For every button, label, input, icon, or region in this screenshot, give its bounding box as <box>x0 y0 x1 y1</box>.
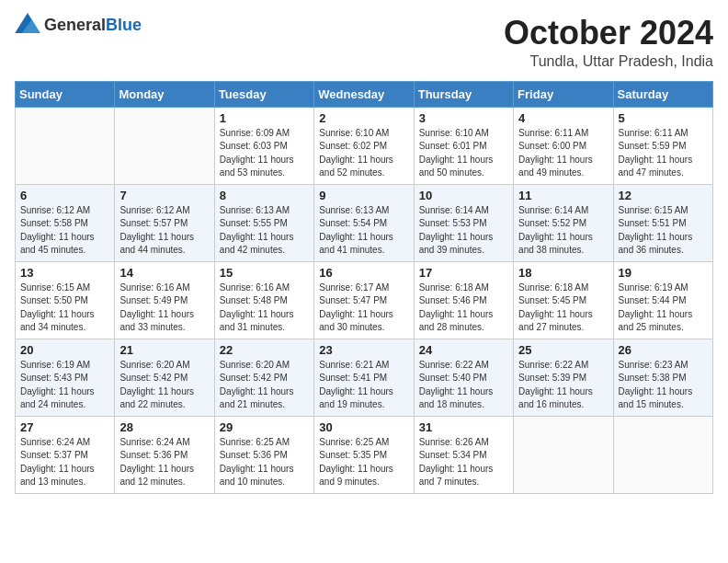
logo-blue: Blue <box>106 16 142 34</box>
day-info: Sunrise: 6:11 AMSunset: 5:59 PMDaylight:… <box>619 127 708 180</box>
logo-general: General <box>44 16 106 34</box>
calendar-day-cell: 7Sunrise: 6:12 AMSunset: 5:57 PMDaylight… <box>115 184 214 261</box>
day-info: Sunrise: 6:13 AMSunset: 5:55 PMDaylight:… <box>220 204 309 258</box>
page-header: GeneralBlue October 2024 Tundla, Uttar P… <box>15 15 713 70</box>
calendar-day-header: Tuesday <box>214 81 313 107</box>
calendar-day-header: Wednesday <box>314 81 414 107</box>
day-info: Sunrise: 6:25 AMSunset: 5:36 PMDaylight:… <box>220 436 309 489</box>
day-number: 7 <box>119 189 209 202</box>
day-info: Sunrise: 6:18 AMSunset: 5:45 PMDaylight:… <box>518 282 608 335</box>
day-number: 6 <box>20 189 109 202</box>
calendar-week-row: 20Sunrise: 6:19 AMSunset: 5:43 PMDayligh… <box>16 339 713 416</box>
day-info: Sunrise: 6:19 AMSunset: 5:43 PMDaylight:… <box>20 359 109 412</box>
day-info: Sunrise: 6:16 AMSunset: 5:48 PMDaylight:… <box>220 282 309 335</box>
title-block: October 2024 Tundla, Uttar Pradesh, Indi… <box>504 15 713 70</box>
calendar-day-cell: 28Sunrise: 6:24 AMSunset: 5:36 PMDayligh… <box>115 416 214 493</box>
day-info: Sunrise: 6:12 AMSunset: 5:57 PMDaylight:… <box>119 204 209 258</box>
day-number: 4 <box>518 111 608 125</box>
calendar-day-cell: 3Sunrise: 6:10 AMSunset: 6:01 PMDaylight… <box>414 107 513 184</box>
day-number: 25 <box>518 343 608 357</box>
calendar-day-cell: 15Sunrise: 6:16 AMSunset: 5:48 PMDayligh… <box>214 261 313 339</box>
day-number: 22 <box>220 343 309 357</box>
day-number: 26 <box>619 343 708 357</box>
calendar-day-cell: 11Sunrise: 6:14 AMSunset: 5:52 PMDayligh… <box>514 184 613 261</box>
calendar-day-header: Sunday <box>16 81 115 107</box>
calendar-day-cell: 5Sunrise: 6:11 AMSunset: 5:59 PMDaylight… <box>613 107 712 184</box>
day-number: 13 <box>20 266 109 280</box>
calendar-day-cell: 19Sunrise: 6:19 AMSunset: 5:44 PMDayligh… <box>613 261 712 339</box>
day-info: Sunrise: 6:26 AMSunset: 5:34 PMDaylight:… <box>419 436 508 489</box>
day-number: 8 <box>220 189 309 202</box>
calendar-week-row: 6Sunrise: 6:12 AMSunset: 5:58 PMDaylight… <box>16 184 713 261</box>
calendar-day-header: Saturday <box>613 81 712 107</box>
day-info: Sunrise: 6:23 AMSunset: 5:38 PMDaylight:… <box>619 359 708 412</box>
day-info: Sunrise: 6:18 AMSunset: 5:46 PMDaylight:… <box>419 282 508 335</box>
day-number: 2 <box>319 111 408 125</box>
day-number: 12 <box>619 189 708 202</box>
calendar-day-cell <box>115 107 214 184</box>
day-number: 17 <box>419 266 508 280</box>
calendar-day-cell: 29Sunrise: 6:25 AMSunset: 5:36 PMDayligh… <box>214 416 313 493</box>
day-info: Sunrise: 6:15 AMSunset: 5:51 PMDaylight:… <box>619 204 708 258</box>
day-info: Sunrise: 6:21 AMSunset: 5:41 PMDaylight:… <box>319 359 408 412</box>
calendar-week-row: 13Sunrise: 6:15 AMSunset: 5:50 PMDayligh… <box>16 261 713 339</box>
day-info: Sunrise: 6:10 AMSunset: 6:01 PMDaylight:… <box>419 127 508 180</box>
calendar-day-cell <box>514 416 613 493</box>
day-number: 21 <box>119 343 209 357</box>
day-info: Sunrise: 6:16 AMSunset: 5:49 PMDaylight:… <box>119 282 209 335</box>
calendar-day-cell <box>16 107 115 184</box>
day-info: Sunrise: 6:09 AMSunset: 6:03 PMDaylight:… <box>220 127 309 180</box>
calendar-day-cell: 12Sunrise: 6:15 AMSunset: 5:51 PMDayligh… <box>613 184 712 261</box>
day-number: 5 <box>619 111 708 125</box>
day-number: 28 <box>119 420 209 434</box>
calendar-day-cell: 27Sunrise: 6:24 AMSunset: 5:37 PMDayligh… <box>16 416 115 493</box>
calendar-day-cell: 2Sunrise: 6:10 AMSunset: 6:02 PMDaylight… <box>314 107 414 184</box>
calendar-day-cell: 25Sunrise: 6:22 AMSunset: 5:39 PMDayligh… <box>514 339 613 416</box>
calendar-day-cell: 8Sunrise: 6:13 AMSunset: 5:55 PMDaylight… <box>214 184 313 261</box>
calendar-day-cell: 14Sunrise: 6:16 AMSunset: 5:49 PMDayligh… <box>115 261 214 339</box>
calendar-day-cell: 24Sunrise: 6:22 AMSunset: 5:40 PMDayligh… <box>414 339 513 416</box>
day-number: 31 <box>419 420 508 434</box>
day-number: 20 <box>20 343 109 357</box>
day-info: Sunrise: 6:10 AMSunset: 6:02 PMDaylight:… <box>319 127 408 180</box>
calendar-day-cell: 22Sunrise: 6:20 AMSunset: 5:42 PMDayligh… <box>214 339 313 416</box>
calendar-day-cell: 16Sunrise: 6:17 AMSunset: 5:47 PMDayligh… <box>314 261 414 339</box>
month-title: October 2024 <box>504 15 713 52</box>
day-number: 9 <box>319 189 408 202</box>
calendar-day-cell: 18Sunrise: 6:18 AMSunset: 5:45 PMDayligh… <box>514 261 613 339</box>
day-info: Sunrise: 6:22 AMSunset: 5:39 PMDaylight:… <box>518 359 608 412</box>
calendar-week-row: 27Sunrise: 6:24 AMSunset: 5:37 PMDayligh… <box>16 416 713 493</box>
day-info: Sunrise: 6:25 AMSunset: 5:35 PMDaylight:… <box>319 436 408 489</box>
logo: GeneralBlue <box>15 15 142 35</box>
calendar-day-cell <box>613 416 712 493</box>
calendar-week-row: 1Sunrise: 6:09 AMSunset: 6:03 PMDaylight… <box>16 107 713 184</box>
day-number: 10 <box>419 189 508 202</box>
calendar-day-header: Monday <box>115 81 214 107</box>
day-info: Sunrise: 6:24 AMSunset: 5:36 PMDaylight:… <box>119 436 209 489</box>
calendar-table: SundayMondayTuesdayWednesdayThursdayFrid… <box>15 81 713 494</box>
calendar-day-cell: 30Sunrise: 6:25 AMSunset: 5:35 PMDayligh… <box>314 416 414 493</box>
day-number: 16 <box>319 266 408 280</box>
calendar-day-cell: 4Sunrise: 6:11 AMSunset: 6:00 PMDaylight… <box>514 107 613 184</box>
day-number: 30 <box>319 420 408 434</box>
calendar-day-cell: 6Sunrise: 6:12 AMSunset: 5:58 PMDaylight… <box>16 184 115 261</box>
day-number: 14 <box>119 266 209 280</box>
calendar-day-cell: 1Sunrise: 6:09 AMSunset: 6:03 PMDaylight… <box>214 107 313 184</box>
day-info: Sunrise: 6:14 AMSunset: 5:52 PMDaylight:… <box>518 204 608 258</box>
calendar-day-cell: 9Sunrise: 6:13 AMSunset: 5:54 PMDaylight… <box>314 184 414 261</box>
calendar-day-cell: 20Sunrise: 6:19 AMSunset: 5:43 PMDayligh… <box>16 339 115 416</box>
day-number: 29 <box>220 420 309 434</box>
location-title: Tundla, Uttar Pradesh, India <box>504 53 713 70</box>
day-info: Sunrise: 6:17 AMSunset: 5:47 PMDaylight:… <box>319 282 408 335</box>
day-info: Sunrise: 6:12 AMSunset: 5:58 PMDaylight:… <box>20 204 109 258</box>
calendar-day-cell: 17Sunrise: 6:18 AMSunset: 5:46 PMDayligh… <box>414 261 513 339</box>
calendar-day-cell: 31Sunrise: 6:26 AMSunset: 5:34 PMDayligh… <box>414 416 513 493</box>
day-number: 24 <box>419 343 508 357</box>
day-info: Sunrise: 6:22 AMSunset: 5:40 PMDaylight:… <box>419 359 508 412</box>
day-info: Sunrise: 6:20 AMSunset: 5:42 PMDaylight:… <box>220 359 309 412</box>
day-number: 15 <box>220 266 309 280</box>
day-number: 1 <box>220 111 309 125</box>
calendar-day-cell: 10Sunrise: 6:14 AMSunset: 5:53 PMDayligh… <box>414 184 513 261</box>
calendar-day-cell: 23Sunrise: 6:21 AMSunset: 5:41 PMDayligh… <box>314 339 414 416</box>
logo-text: GeneralBlue <box>44 16 142 35</box>
